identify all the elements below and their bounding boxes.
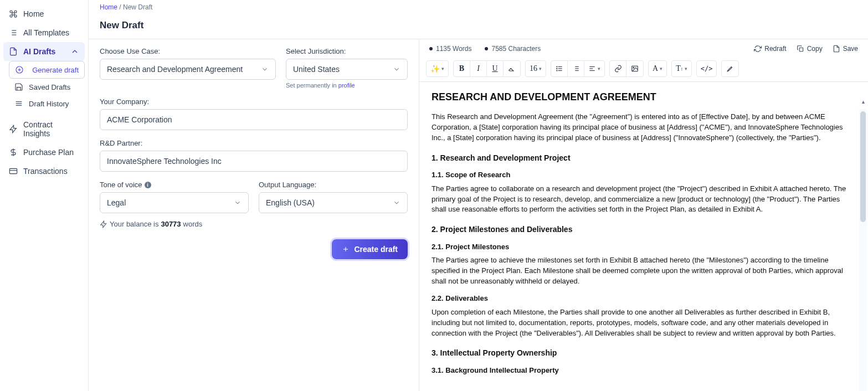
card-icon — [9, 167, 18, 176]
doc-h1: 1. Research and Development Project — [432, 152, 856, 163]
ol-button[interactable] — [568, 61, 584, 76]
save-button[interactable]: Save — [833, 45, 858, 53]
list-ul-icon — [556, 65, 563, 73]
highlight-button[interactable] — [722, 61, 738, 76]
file-icon — [833, 45, 840, 53]
svg-point-31 — [633, 67, 634, 68]
nav-saved-drafts[interactable]: Saved Drafts — [9, 79, 85, 95]
ul-button[interactable] — [551, 61, 568, 76]
marker-icon — [726, 65, 734, 73]
create-draft-button[interactable]: Create draft — [332, 239, 408, 259]
editor-header: 1135 Words 7585 Characters Redraft Copy … — [419, 39, 868, 58]
chevron-down-icon — [393, 65, 400, 73]
bolt-icon — [9, 125, 18, 133]
svg-rect-13 — [9, 168, 17, 173]
align-button[interactable]: ▾ — [584, 61, 604, 76]
profile-link[interactable]: profile — [338, 82, 355, 89]
tone-label: Tone of voice i — [100, 181, 249, 189]
nav-draft-history[interactable]: Draft History — [9, 95, 85, 112]
svg-point-21 — [556, 66, 557, 67]
partner-input[interactable]: InnovateSphere Technologies Inc — [100, 151, 408, 172]
plus-circle-icon — [15, 65, 24, 74]
doc-p11: The Parties agree to collaborate on a re… — [432, 184, 856, 215]
chevron-down-icon — [234, 199, 242, 207]
link-button[interactable] — [610, 61, 626, 76]
create-draft-label: Create draft — [354, 245, 398, 254]
save-icon — [14, 83, 23, 91]
bold-button[interactable]: B — [454, 61, 470, 76]
menu-icon — [14, 99, 23, 108]
field-jurisdiction: Select Jurisdiction: United States Set p… — [286, 47, 408, 89]
company-value: ACME Corporation — [107, 115, 172, 124]
balance-text: Your balance is 30773 words — [100, 220, 408, 228]
textcolor-button[interactable]: A▾ — [649, 61, 666, 76]
svg-rect-17 — [799, 48, 803, 51]
nav-insights[interactable]: Contract Insights — [3, 115, 85, 143]
scroll-up-icon[interactable]: ▲ — [861, 99, 866, 105]
chevron-down-icon — [393, 199, 400, 207]
nav-transactions[interactable]: Transactions — [3, 162, 85, 181]
nav-templates[interactable]: All Templates — [3, 23, 85, 42]
nav-ai-drafts[interactable]: AI Drafts — [3, 42, 85, 61]
file-icon — [9, 47, 18, 56]
field-lang: Output Language: English (USA) — [259, 181, 408, 213]
sidebar: Home All Templates AI Drafts Generate dr… — [0, 0, 89, 391]
nav-history-label: Draft History — [29, 100, 69, 108]
lang-select[interactable]: English (USA) — [259, 192, 408, 213]
document-body[interactable]: RESEARCH AND DEVELOPMENT AGREEMENT This … — [419, 82, 868, 391]
bolt-icon — [100, 220, 107, 228]
image-button[interactable] — [626, 61, 643, 76]
nav-ai-drafts-sub: Generate draft Saved Drafts Draft Histor… — [3, 61, 85, 112]
main-content: Home / New Draft New Draft Choose Use Ca… — [89, 0, 868, 391]
doc-h22: 2.2. Deliverables — [432, 294, 856, 304]
doc-p22: Upon completion of each Milestone, the P… — [432, 307, 856, 339]
copy-icon — [797, 45, 804, 53]
char-count: 7585 Characters — [485, 45, 541, 53]
field-company: Your Company: ACME Corporation — [100, 97, 408, 130]
scrollbar[interactable]: ▲ — [859, 109, 867, 391]
clear-format-button[interactable] — [504, 61, 520, 76]
scroll-thumb[interactable] — [860, 111, 866, 222]
align-icon — [588, 65, 596, 73]
company-input[interactable]: ACME Corporation — [100, 109, 408, 130]
document-scroll[interactable]: RESEARCH AND DEVELOPMENT AGREEMENT This … — [419, 82, 868, 391]
italic-button[interactable]: I — [470, 61, 487, 76]
partner-value: InnovateSphere Technologies Inc — [107, 157, 222, 166]
magic-button[interactable]: ✨▾ — [427, 61, 448, 76]
usecase-value: Research and Development Agreement — [107, 65, 243, 74]
plus-icon — [342, 245, 350, 253]
nav-home-label: Home — [23, 9, 44, 18]
jurisdiction-select[interactable]: United States — [286, 59, 408, 80]
nav-insights-label: Contract Insights — [23, 120, 79, 138]
doc-h11: 1.1. Scope of Research — [432, 170, 856, 181]
breadcrumb-current: New Draft — [123, 3, 152, 11]
balance-num: 30773 — [161, 220, 181, 228]
jurisdiction-hint: Set permanently in profile — [286, 82, 408, 89]
nav-generate-draft[interactable]: Generate draft — [9, 61, 85, 79]
refresh-icon — [754, 45, 762, 53]
tone-select[interactable]: Legal — [100, 192, 249, 213]
breadcrumb-home[interactable]: Home — [100, 3, 117, 11]
doc-title: RESEARCH AND DEVELOPMENT AGREEMENT — [432, 90, 856, 104]
code-button[interactable]: </> — [697, 61, 717, 76]
link-icon — [614, 65, 622, 73]
field-tone: Tone of voice i Legal — [100, 181, 249, 213]
list-icon — [9, 28, 18, 37]
dollar-icon — [9, 148, 18, 157]
usecase-label: Choose Use Case: — [100, 47, 276, 55]
textstyle-button[interactable]: T↕▾ — [672, 61, 691, 76]
redraft-button[interactable]: Redraft — [754, 45, 786, 53]
nav-saved-label: Saved Drafts — [29, 83, 70, 91]
jurisdiction-label: Select Jurisdiction: — [286, 47, 408, 55]
nav-home[interactable]: Home — [3, 4, 85, 23]
underline-button[interactable]: U — [487, 61, 504, 76]
chevron-down-icon — [261, 65, 269, 73]
page-title: New Draft — [89, 13, 868, 39]
fontsize-select[interactable]: 16▾ — [526, 61, 546, 76]
field-partner: R&D Partner: InnovateSphere Technologies… — [100, 139, 408, 172]
copy-button[interactable]: Copy — [797, 45, 823, 53]
nav-purchase[interactable]: Purchase Plan — [3, 143, 85, 162]
doc-intro: This Research and Development Agreement … — [432, 112, 856, 143]
usecase-select[interactable]: Research and Development Agreement — [100, 59, 276, 80]
doc-h21: 2.1. Project Milestones — [432, 242, 856, 253]
